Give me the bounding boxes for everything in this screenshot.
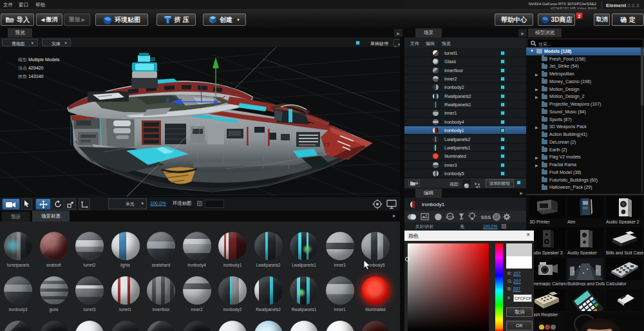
svg-text:顶点 429420: 顶点 429420 [18,66,43,71]
svg-text:SSS: SSS [480,214,491,220]
svg-text:面数 143140: 面数 143140 [17,74,43,79]
svg-text:模型 Multiple Models: 模型 Multiple Models [18,57,60,62]
svg-text:Z: Z [166,97,169,102]
svg-text:77: 77 [323,142,330,148]
